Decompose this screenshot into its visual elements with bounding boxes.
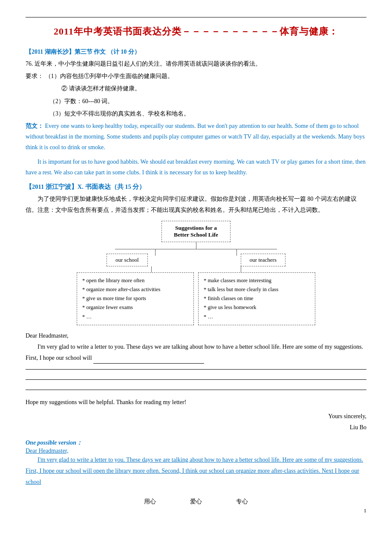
- letter-body: Dear Headmaster, I'm very glad to write …: [26, 330, 366, 433]
- blank-line-3: [26, 384, 366, 390]
- q76-text: 近年来，中小学生健康问题日益引起人们的关注。请你用英语就该问题谈谈你的看法。: [35, 61, 261, 67]
- right-detail-4: * give us less homework: [204, 303, 310, 312]
- letter-closing-hope: Hope my suggestions will be helpful. Tha…: [26, 397, 366, 408]
- diagram-title-line1: Suggestions for a: [175, 225, 217, 231]
- footer: 用心 爱心 专心: [26, 498, 366, 506]
- blank-line-2: [26, 374, 366, 380]
- branch-boxes-row: our school our teachers: [107, 254, 285, 266]
- footer-right: 专心: [236, 498, 248, 506]
- right-branch-label: our teachers: [250, 257, 277, 263]
- page-number: 1: [26, 507, 366, 514]
- right-detail-1: * make classes more interesting: [204, 276, 310, 285]
- yours-sincerely: Yours sincerely,: [26, 411, 366, 422]
- section2-intro: 为了使同学们更加健康快乐地成长，学校决定向同学们征求建议。假如你是刘波，用英语向…: [26, 194, 366, 216]
- right-branch-box: our teachers: [241, 254, 285, 266]
- right-detail-5: * …: [204, 312, 310, 321]
- req3: （2）字数：60---80 词。: [26, 96, 366, 107]
- left-detail-5: * …: [82, 312, 188, 321]
- main-title: 2011年中考英语书面表达分类－－－－－－－－－－体育与健康：: [26, 25, 366, 38]
- blank-line-1: [26, 364, 366, 370]
- req-label: 要求：: [26, 73, 43, 79]
- fill-line-1: [93, 363, 204, 364]
- left-detail-3: * give us more time for sports: [82, 294, 188, 303]
- left-branch-label: our school: [115, 257, 139, 263]
- left-detail-box: * open the library more often * organize…: [77, 272, 194, 325]
- diagram-container: Suggestions for a Better School Life our…: [77, 221, 315, 325]
- right-detail-box: * make classes more interesting * talk l…: [198, 272, 315, 325]
- left-detail-4: * organize fewer exams: [82, 303, 188, 312]
- sample-label: 范文：: [26, 123, 43, 129]
- q76-label: 76.: [26, 61, 33, 67]
- diagram-title-line2: Better School Life: [174, 231, 218, 238]
- req4: （3）短文中不得出现你的真实姓名、学校名和地名。: [26, 108, 366, 119]
- left-branch-box: our school: [107, 254, 148, 266]
- one-possible-dear: Dear Headmaster,: [26, 448, 366, 454]
- sample-text1: Every one wants to keep healthy today, e…: [26, 123, 365, 150]
- question-number-text: 76. 近年来，中小学生健康问题日益引起人们的关注。请你用英语就该问题谈谈你的看…: [26, 58, 366, 69]
- liu-bo: Liu Bo: [26, 422, 366, 433]
- right-detail-3: * finish classes on time: [204, 294, 310, 303]
- left-detail-v: [151, 266, 152, 272]
- h-connector-line: [115, 249, 277, 249]
- right-detail-v: [241, 266, 241, 272]
- right-detail-2: * talk less but more clearly in class: [204, 285, 310, 294]
- letter-closing-yours: Yours sincerely, Liu Bo: [26, 411, 366, 433]
- one-possible-label: One possible version：: [26, 439, 366, 447]
- left-detail-2: * organize more after-class activities: [82, 285, 188, 294]
- requirements-row: 要求： （1）内容包括①列举中小学生面临的健康问题。: [26, 71, 366, 81]
- diagram-structure: our school our teachers * open the libra…: [77, 242, 315, 325]
- footer-mid: 爱心: [190, 498, 202, 506]
- footer-left: 用心: [144, 498, 156, 506]
- left-detail-1: * open the library more often: [82, 276, 188, 285]
- section2-header: 【2011 浙江宁波】X. 书面表达（共 15 分）: [26, 183, 366, 191]
- center-v-line-top: [196, 242, 196, 249]
- letter-salutation: Dear Headmaster,: [26, 330, 366, 341]
- detail-boxes-row: * open the library more often * organize…: [77, 272, 315, 325]
- h-connector-row: [115, 249, 277, 249]
- req2: ② 请谈谈怎样才能保持健康。: [26, 83, 366, 94]
- sample-para1: 范文： Every one wants to keep healthy toda…: [26, 121, 366, 153]
- left-detail-v-wrapper: [107, 266, 196, 272]
- section1-header: 【2011 湖南长沙】第三节 作文 （计 10 分）: [26, 48, 366, 56]
- right-detail-v-wrapper: [196, 266, 285, 272]
- detail-v-lines: [107, 266, 285, 272]
- req1: （1）内容包括①列举中小学生面临的健康问题。: [45, 73, 173, 79]
- top-divider: [26, 17, 366, 17]
- letter-para1: I'm very glad to write a letter to you. …: [26, 341, 366, 364]
- one-possible-body: I'm very glad to write a letter to you. …: [26, 454, 366, 488]
- letter-para1-text: I'm very glad to write a letter to you. …: [26, 344, 363, 361]
- sample-para2: It is important for us to have good habb…: [26, 156, 366, 178]
- diagram-top-box: Suggestions for a Better School Life: [161, 221, 231, 242]
